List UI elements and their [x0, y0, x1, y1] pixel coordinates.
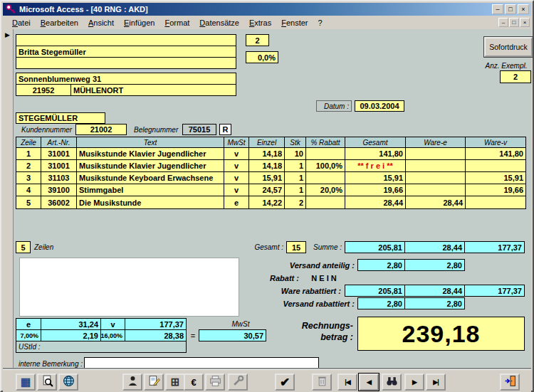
street-field[interactable]: Sonnenblumenweg 31: [16, 73, 236, 85]
record-selector-bar[interactable]: ▶: [3, 29, 14, 389]
rabatt-percent-field[interactable]: 0,0%: [246, 51, 278, 63]
cell-mwst[interactable]: v: [224, 184, 249, 196]
menu-format[interactable]: Format: [159, 17, 194, 28]
cell-artnr[interactable]: 31001: [41, 148, 77, 160]
cell-zeile[interactable]: 5: [16, 196, 41, 208]
cell-ware-e[interactable]: [406, 172, 466, 184]
cell-ware-e[interactable]: 28,44: [406, 196, 466, 208]
cell-mwst[interactable]: v: [224, 172, 249, 184]
cell-mwst[interactable]: v: [224, 148, 249, 160]
cell-rabatt[interactable]: [306, 148, 345, 160]
cell-zeile[interactable]: 4: [16, 184, 41, 196]
first-record-button[interactable]: |◀: [337, 374, 357, 391]
customer-button[interactable]: [122, 374, 142, 391]
edit-record-button[interactable]: [144, 374, 164, 391]
cell-rabatt[interactable]: [306, 172, 345, 184]
cell-text[interactable]: Musikstunde Keyboard Erwachsene: [77, 172, 224, 184]
tax-v-amount-cell[interactable]: 28,38: [125, 329, 187, 341]
cell-rabatt[interactable]: [306, 196, 345, 208]
print-preview-button[interactable]: [37, 374, 57, 391]
interne-bemerkung-field[interactable]: [84, 357, 319, 369]
tools-button[interactable]: [228, 374, 248, 391]
cell-einzel[interactable]: 14,18: [249, 160, 285, 172]
minimize-button[interactable]: –: [492, 4, 503, 14]
tax-e-amount-cell[interactable]: 2,19: [41, 329, 101, 341]
confirm-button[interactable]: ✔: [275, 374, 295, 391]
tax-v-base-cell[interactable]: 177,37: [125, 318, 187, 330]
globe-button[interactable]: [58, 374, 78, 391]
anz-exempl-field[interactable]: 2: [500, 70, 531, 83]
cell-stk[interactable]: 1: [285, 184, 306, 196]
datum-field[interactable]: 09.03.2004: [355, 100, 404, 112]
close-button[interactable]: ×: [518, 4, 529, 14]
delete-button[interactable]: [312, 374, 332, 391]
mdi-close-button[interactable]: ×: [520, 18, 530, 27]
ware-rabattiert-field-2[interactable]: 28,44: [404, 285, 465, 297]
exit-button[interactable]: [500, 374, 520, 391]
cell-mwst[interactable]: v: [224, 160, 249, 172]
last-record-button[interactable]: ▶|: [426, 374, 446, 391]
cell-artnr[interactable]: 39100: [41, 184, 77, 196]
next-record-button[interactable]: ▶: [404, 374, 424, 391]
menu-extras[interactable]: Extras: [244, 17, 276, 28]
cell-mwst[interactable]: e: [224, 196, 249, 208]
ware-rabattiert-field-3[interactable]: 177,37: [464, 285, 525, 297]
summe-field-ware-e[interactable]: 28,44: [404, 241, 465, 253]
cell-stk[interactable]: 2: [285, 196, 306, 208]
menu-datei[interactable]: Datei: [7, 17, 36, 28]
cell-ware-v[interactable]: 15,91: [466, 172, 525, 184]
cell-einzel[interactable]: 14,18: [249, 148, 285, 160]
cell-gesamt[interactable]: 19,66: [345, 184, 406, 196]
maximize-button[interactable]: □: [505, 4, 516, 14]
cell-gesamt[interactable]: 28,44: [345, 196, 406, 208]
versand-rabattiert-field-2[interactable]: 2,80: [404, 297, 465, 309]
versand-rabattiert-field-1[interactable]: 2,80: [357, 297, 405, 309]
previous-record-button[interactable]: ◀: [359, 374, 379, 391]
cell-gesamt-frei[interactable]: ** f r e i **: [345, 160, 406, 172]
menu-bearbeiten[interactable]: Bearbeiten: [36, 17, 83, 28]
cell-stk[interactable]: 1: [285, 172, 306, 184]
city-field[interactable]: MÜHLENORT: [70, 84, 236, 96]
cell-zeile[interactable]: 1: [16, 148, 41, 160]
cell-ware-v[interactable]: 141,80: [466, 148, 525, 160]
cell-stk[interactable]: 10: [285, 148, 306, 160]
cell-stk[interactable]: 1: [285, 160, 306, 172]
cell-einzel[interactable]: 24,57: [249, 184, 285, 196]
cell-artnr[interactable]: 31103: [41, 172, 77, 184]
cell-gesamt[interactable]: 15,91: [345, 172, 406, 184]
address-field-2[interactable]: Britta Stegemüller: [16, 46, 236, 58]
zeilen-count-field[interactable]: 5: [16, 241, 31, 253]
notes-box[interactable]: [19, 258, 239, 317]
cell-zeile[interactable]: 3: [16, 172, 41, 184]
mwst-total-field[interactable]: 30,57: [199, 329, 266, 341]
cell-text[interactable]: Stimmgabel: [77, 184, 224, 196]
zip-field[interactable]: 21952: [16, 84, 71, 96]
cell-ware-e[interactable]: [406, 184, 466, 196]
menu-datensaetze[interactable]: Datensätze: [194, 17, 244, 28]
cell-text[interactable]: Musikstunde Klavier Jugendlicher: [77, 160, 224, 172]
cell-zeile[interactable]: 2: [16, 160, 41, 172]
address-field-1[interactable]: [16, 34, 236, 46]
datasheet-view-button[interactable]: ▦: [16, 374, 36, 391]
cell-text[interactable]: Musikstunde Klavier Jugendlicher: [77, 148, 224, 160]
cell-einzel[interactable]: 14,22: [249, 196, 285, 208]
cell-artnr[interactable]: 36002: [41, 196, 77, 208]
versand-anteilig-field-1[interactable]: 2,80: [357, 259, 405, 271]
kunde-name-field[interactable]: STEGEMÜLLER: [16, 112, 105, 124]
mdi-restore-button[interactable]: □: [509, 18, 519, 27]
cell-artnr[interactable]: 31001: [41, 160, 77, 172]
cell-rabatt[interactable]: 20,0%: [306, 184, 345, 196]
cell-text[interactable]: Die Musikstunde: [77, 196, 224, 208]
cell-ware-v[interactable]: [466, 160, 525, 172]
belegnummer-field[interactable]: 75015: [182, 124, 216, 135]
menu-ansicht[interactable]: Ansicht: [83, 17, 119, 28]
cell-rabatt[interactable]: 100,0%: [306, 160, 345, 172]
tax-e-base-cell[interactable]: 31,24: [41, 318, 101, 330]
sofortdruck-button[interactable]: Sofortdruck: [484, 37, 533, 57]
cell-ware-v[interactable]: 19,66: [466, 184, 525, 196]
address-field-3[interactable]: [16, 57, 236, 69]
mdi-minimize-button[interactable]: –: [498, 18, 508, 27]
r-button[interactable]: R: [219, 124, 231, 135]
summe-field-gesamt[interactable]: 205,81: [345, 241, 405, 253]
menu-einfuegen[interactable]: Einfügen: [119, 17, 159, 28]
